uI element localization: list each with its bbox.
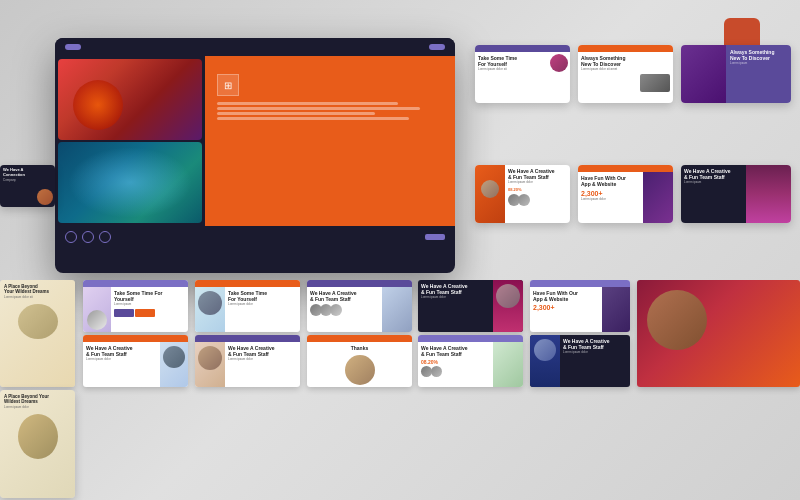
slide-icon-box: ⊞ bbox=[217, 74, 239, 96]
slide-thumbnail-7: We Have A Creative& Fun Team Staff Lorem… bbox=[681, 165, 791, 223]
slide-rowB-5: We Have A Creative& Fun Team Staff Lorem… bbox=[530, 335, 630, 387]
slide-images bbox=[55, 56, 205, 226]
slide-thumbnail-4: We Have AConnection Company bbox=[0, 165, 55, 207]
slide-left-tall: A Place Beyond YourWildest Dreams Lorem … bbox=[0, 390, 75, 498]
main-slide: ⊞ bbox=[55, 38, 455, 273]
slide-rowB-4: We Have A Creative& Fun Team Staff 08.20… bbox=[418, 335, 523, 387]
slide-row3-1: A Place BeyondYour Wildest Dreams Lorem … bbox=[0, 280, 75, 387]
main-slide-footer bbox=[55, 226, 455, 248]
circle-3 bbox=[99, 231, 111, 243]
slide-rowB-1: We Have A Creative& Fun Team Staff Lorem… bbox=[83, 335, 188, 387]
slide-thumbnail-5: We Have A Creative& Fun Team Staff Lorem… bbox=[475, 165, 570, 223]
slide-row3-6: Have Fun With OurApp & Website 2,300+ bbox=[530, 280, 630, 332]
slide-thumbnail-3: Always SomethingNew To Discover Lorem ip… bbox=[681, 45, 791, 103]
slide-rowB-3: Thanks bbox=[307, 335, 412, 387]
text-line-1 bbox=[217, 102, 398, 105]
main-slide-header bbox=[55, 38, 455, 56]
main-slide-body: ⊞ bbox=[55, 56, 455, 226]
slide-image-1 bbox=[58, 59, 202, 140]
slide-break bbox=[637, 280, 800, 387]
slide-thumbnail-2: Always SomethingNew To Discover Lorem ip… bbox=[578, 45, 673, 103]
discover-button bbox=[425, 234, 445, 240]
text-line-3 bbox=[217, 112, 375, 115]
slide-content: ⊞ bbox=[205, 56, 455, 226]
slide-row3-2: Take Some Time ForYourself Lorem ipsum bbox=[83, 280, 188, 332]
slide-row3-4: We Have A Creative& Fun Team Staff bbox=[307, 280, 412, 332]
circle-1 bbox=[65, 231, 77, 243]
slide-row3-3: Take Some TimeFor Yourself Lorem ipsum d… bbox=[195, 280, 300, 332]
slide-thumbnail-6: Have Fun With OurApp & Website 2,300+ Lo… bbox=[578, 165, 673, 223]
slide-rowB-2: We Have A Creative& Fun Team Staff Lorem… bbox=[195, 335, 300, 387]
slide-row3-5: We Have A Creative& Fun Team Staff Lorem… bbox=[418, 280, 523, 332]
circle-2 bbox=[82, 231, 94, 243]
pagination-circles bbox=[65, 231, 111, 243]
slide-thumbnail-1: Take Some TimeFor Yourself Lorem ipsum d… bbox=[475, 45, 570, 103]
slide-image-2 bbox=[58, 142, 202, 223]
slide-text-block bbox=[217, 102, 443, 120]
studio-badge bbox=[429, 44, 445, 50]
studio-button bbox=[65, 44, 81, 50]
bottom-grid: A Place BeyondYour Wildest Dreams Lorem … bbox=[0, 280, 800, 500]
text-line-2 bbox=[217, 107, 420, 110]
text-line-4 bbox=[217, 117, 409, 120]
